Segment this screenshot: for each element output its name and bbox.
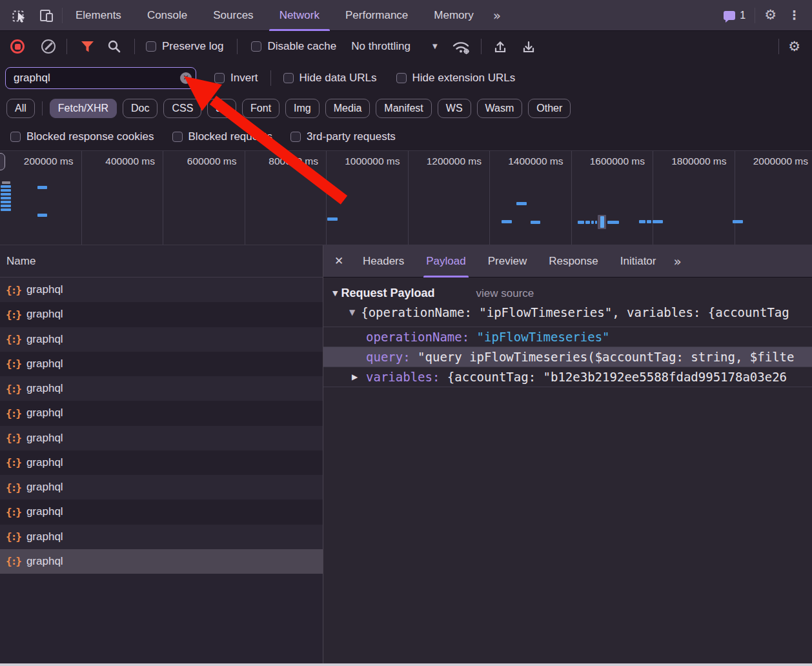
request-row[interactable]: {:} graphql xyxy=(0,278,323,302)
filter-chip[interactable]: Media xyxy=(325,99,370,118)
request-row[interactable]: {:} graphql xyxy=(0,327,323,352)
blocked-requests-checkbox[interactable]: Blocked requests xyxy=(172,130,272,143)
payload-tree: operationName"ipFlowTimeseries" query"qu… xyxy=(323,327,812,387)
request-row[interactable]: {:} graphql xyxy=(0,549,323,574)
json-braces-icon: {:} xyxy=(6,358,21,370)
details-tab[interactable]: Preview xyxy=(477,245,538,278)
filter-chip[interactable]: CSS xyxy=(163,99,201,118)
network-conditions-icon[interactable] xyxy=(451,37,471,56)
waterfall-bar xyxy=(37,214,47,217)
network-overview-waterfall[interactable]: 200000 ms400000 ms600000 ms800000 ms1000… xyxy=(0,150,812,245)
checkbox-icon xyxy=(396,73,407,83)
waterfall-bar xyxy=(600,216,604,228)
issues-counter[interactable]: 1 xyxy=(724,10,746,21)
payload-key: query xyxy=(366,350,418,364)
invert-checkbox[interactable]: Invert xyxy=(214,72,258,85)
device-toolbar-icon[interactable] xyxy=(37,6,56,25)
time-tick-label: 1400000 ms xyxy=(490,151,572,245)
clear-icon[interactable] xyxy=(41,39,56,54)
chip-label: All xyxy=(15,103,26,114)
window-bottom-edge xyxy=(0,663,812,666)
request-row[interactable]: {:} graphql xyxy=(0,525,323,549)
json-braces-icon: {:} xyxy=(6,333,21,345)
request-row[interactable]: {:} graphql xyxy=(0,500,323,524)
preserve-log-checkbox[interactable]: Preserve log xyxy=(146,40,223,53)
request-row[interactable]: {:} graphql xyxy=(0,450,323,475)
throttling-select[interactable]: No throttling ▼ xyxy=(351,40,437,53)
payload-row-query[interactable]: query"query ipFlowTimeseries($accountTag… xyxy=(323,347,812,367)
more-details-tabs-icon[interactable]: » xyxy=(667,255,687,268)
request-row[interactable]: {:} graphql xyxy=(0,376,323,401)
filter-chip[interactable]: Other xyxy=(528,99,571,118)
waterfall-bar xyxy=(1,205,11,207)
chip-label: Other xyxy=(536,103,562,114)
waterfall-bar xyxy=(1,201,11,203)
filter-chip[interactable]: WS xyxy=(438,99,471,118)
triangle-down-icon: ▼ xyxy=(332,289,338,298)
panel-tab[interactable]: Sources xyxy=(200,0,266,31)
panel-tab[interactable]: Memory xyxy=(421,0,486,31)
request-row[interactable]: {:} graphql xyxy=(0,302,323,327)
payload-row-variables[interactable]: ▶ variables{accountTag: "b12e3b2192ee558… xyxy=(323,367,812,387)
request-row[interactable]: {:} graphql xyxy=(0,426,323,450)
settings-gear-icon[interactable]: ⚙ xyxy=(764,8,776,22)
request-name: graphql xyxy=(26,358,63,370)
payload-key: operationName xyxy=(366,330,477,344)
panel-tab-label: Console xyxy=(147,9,187,22)
panel-tab[interactable]: Network xyxy=(267,0,332,31)
payload-row-operation-name[interactable]: operationName"ipFlowTimeseries" xyxy=(323,327,812,347)
details-tab[interactable]: Initiator xyxy=(609,245,667,278)
payload-section-header[interactable]: ▼ Request Payload view source xyxy=(332,287,812,300)
import-har-icon[interactable] xyxy=(491,37,509,56)
filter-chip[interactable]: JS xyxy=(207,99,236,118)
inspect-element-icon[interactable] xyxy=(10,6,28,25)
invert-label: Invert xyxy=(230,72,258,85)
blocked-response-cookies-checkbox[interactable]: Blocked response cookies xyxy=(10,130,154,143)
details-tab[interactable]: Headers xyxy=(352,245,415,278)
waterfall-bar xyxy=(647,220,651,223)
filter-chip[interactable]: Wasm xyxy=(477,99,523,118)
panel-tab-label: Sources xyxy=(213,9,253,22)
hide-extension-urls-checkbox[interactable]: Hide extension URLs xyxy=(396,72,516,85)
request-row[interactable]: {:} graphql xyxy=(0,401,323,425)
blocked-filters-row: Blocked response cookies Blocked request… xyxy=(0,123,812,150)
waterfall-bar xyxy=(1,197,11,199)
request-list: {:} graphql {:} graphql {:} graphql xyxy=(0,278,323,663)
filter-funnel-icon[interactable] xyxy=(78,37,96,56)
panel-tab[interactable]: Performance xyxy=(332,0,421,31)
hide-data-urls-checkbox[interactable]: Hide data URLs xyxy=(283,72,377,85)
name-column-header[interactable]: Name xyxy=(0,245,323,278)
disable-cache-checkbox[interactable]: Disable cache xyxy=(251,40,336,53)
filter-chip[interactable]: Manifest xyxy=(376,99,431,118)
payload-preview-text: {operationName: "ipFlowTimeseries", vari… xyxy=(361,305,789,319)
network-settings-gear-icon[interactable]: ⚙ xyxy=(788,40,800,54)
details-tab[interactable]: Payload xyxy=(415,245,476,278)
payload-string-value: "ipFlowTimeseries" xyxy=(477,330,610,344)
third-party-requests-checkbox[interactable]: 3rd-party requests xyxy=(290,130,396,143)
details-tab[interactable]: Response xyxy=(538,245,609,278)
payload-preview-line[interactable]: ▼ {operationName: "ipFlowTimeseries", va… xyxy=(349,305,812,319)
panel-tab[interactable]: Console xyxy=(134,0,200,31)
kebab-menu-icon[interactable]: ⋮ xyxy=(786,9,803,21)
record-icon[interactable] xyxy=(10,39,25,54)
more-tabs-icon[interactable]: » xyxy=(487,9,507,22)
throttling-value: No throttling xyxy=(351,40,411,53)
request-row[interactable]: {:} graphql xyxy=(0,475,323,500)
close-details-icon[interactable]: ✕ xyxy=(326,256,352,267)
request-row[interactable]: {:} graphql xyxy=(0,352,323,376)
divider xyxy=(134,39,135,54)
export-har-icon[interactable] xyxy=(520,37,538,56)
filter-chip[interactable]: Fetch/XHR xyxy=(50,99,117,118)
clear-filter-icon[interactable]: ✕ xyxy=(180,72,192,84)
tabbar-tool-icons xyxy=(6,6,56,25)
filter-chip[interactable]: Font xyxy=(242,99,279,118)
filter-chip[interactable]: Doc xyxy=(123,99,157,118)
panel-tab[interactable]: Elements xyxy=(63,0,134,31)
filter-chip[interactable]: Img xyxy=(285,99,320,118)
search-icon[interactable] xyxy=(105,37,123,56)
filter-input[interactable] xyxy=(5,67,196,89)
hide-data-urls-label: Hide data URLs xyxy=(299,72,377,85)
filter-chip-all[interactable]: All xyxy=(6,99,35,118)
view-source-link[interactable]: view source xyxy=(476,287,534,300)
filter-chip-group: Fetch/XHRDocCSSJSFontImgMediaManifestWSW… xyxy=(50,99,571,118)
